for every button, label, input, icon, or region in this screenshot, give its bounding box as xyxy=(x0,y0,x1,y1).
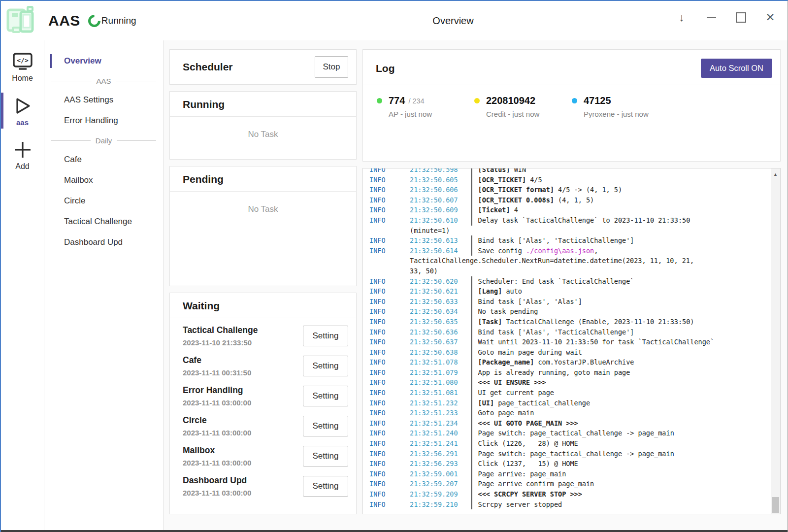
task-setting-button[interactable]: Setting xyxy=(303,416,348,436)
app-window: AAS Running Overview ↓ ✕ </> Home xyxy=(0,0,788,532)
log-message: Goto page_main xyxy=(478,408,534,418)
log-level: INFO xyxy=(369,459,410,469)
log-level: INFO xyxy=(369,185,410,195)
log-message: <<< SCRCPY SERVER STOP >>> xyxy=(478,489,582,499)
log-timestamp: 21:32:50.605 xyxy=(410,175,471,185)
nav-item-add[interactable]: Add xyxy=(1,139,44,171)
sidebar-item-overview[interactable]: Overview xyxy=(44,51,163,71)
code-monitor-icon: </> xyxy=(12,51,33,72)
window-bottom-border xyxy=(1,530,788,532)
sidebar-item-label: Circle xyxy=(64,196,85,205)
log-separator xyxy=(471,449,472,459)
log-message: <<< UI GOTO PAGE_MAIN >>> xyxy=(478,418,578,429)
log-level: INFO xyxy=(369,469,410,479)
waiting-task-name: Error Handling xyxy=(183,385,251,396)
log-timestamp: 21:32:56.291 xyxy=(410,449,471,459)
log-separator xyxy=(471,168,472,175)
log-level: INFO xyxy=(369,449,410,459)
log-message: [Task] TacticalChallenge (Enable, 2023-1… xyxy=(478,317,694,327)
window-content: </> Home aas xyxy=(1,40,788,532)
log-level: INFO xyxy=(369,195,410,205)
waiting-task-next-run: 2023-11-11 03:00:00 xyxy=(183,429,251,437)
log-timestamp: 21:32:59.209 xyxy=(410,489,471,499)
app-name: AAS xyxy=(48,12,80,29)
task-setting-button[interactable]: Setting xyxy=(303,446,348,466)
sidebar-item-aas-settings[interactable]: AAS Settings xyxy=(44,90,163,110)
minimize-icon[interactable] xyxy=(705,11,718,24)
waiting-task-name: Circle xyxy=(183,415,251,426)
task-setting-button[interactable]: Setting xyxy=(303,356,348,376)
log-level: INFO xyxy=(369,479,410,489)
log-stat: 220810942 Credit - just now xyxy=(474,95,572,118)
stat-value: 220810942 xyxy=(486,95,535,106)
log-line: INFO 21:32:50.620 Scheduler: End task `T… xyxy=(369,276,770,287)
running-title: Running xyxy=(183,99,225,110)
waiting-task-next-run: 2023-11-10 21:33:50 xyxy=(183,338,258,347)
log-line: INFO 21:32:51.078 [Package_name] com.Yos… xyxy=(369,357,770,367)
waiting-task-next-run: 2023-11-11 00:31:50 xyxy=(183,368,251,377)
log-line: INFO 21:32:51.240 Page switch: page_tact… xyxy=(369,428,770,438)
download-update-icon[interactable]: ↓ xyxy=(675,11,688,24)
log-message: [Package_name] com.YostarJP.BlueArchive xyxy=(478,357,634,367)
log-line: INFO 21:32:56.291 Page switch: page_tact… xyxy=(369,449,770,459)
log-level: INFO xyxy=(369,306,410,317)
log-line-continuation: 33, 50) xyxy=(369,266,770,276)
close-icon[interactable]: ✕ xyxy=(764,11,777,24)
sidebar-item-tactical-challenge[interactable]: Tactical Challenge xyxy=(44,212,163,232)
log-timestamp: 21:32:50.620 xyxy=(410,276,471,287)
log-timestamp: 21:32:50.633 xyxy=(410,297,471,307)
log-message: App is already running, goto main page xyxy=(478,367,630,378)
log-message: Page arrive confirm page_main xyxy=(478,479,594,489)
sidebar-item-circle[interactable]: Circle xyxy=(44,191,163,211)
log-separator xyxy=(471,195,472,205)
nav-item-aas[interactable]: aas xyxy=(1,96,44,127)
log-message: Bind task ['Alas', 'TacticalChallenge'] xyxy=(478,235,634,246)
task-setting-button[interactable]: Setting xyxy=(303,476,348,497)
log-scrollbar[interactable]: ▲ xyxy=(771,168,780,514)
nav-item-home[interactable]: </> Home xyxy=(1,51,44,83)
sidebar-item-cafe[interactable]: Cafe xyxy=(44,150,163,169)
log-separator xyxy=(471,357,472,367)
pending-card: Pending No Task xyxy=(169,166,357,286)
log-separator xyxy=(471,377,472,388)
log-separator xyxy=(471,205,472,215)
waiting-task-next-run: 2023-11-11 03:00:00 xyxy=(183,489,251,497)
tasks-column: Scheduler Stop Running No Task Pending N… xyxy=(169,49,357,514)
log-separator xyxy=(471,408,472,418)
sidebar-item-label: AAS Settings xyxy=(64,95,113,104)
log-console: INFO 21:32:50.598 [Status] WIN INFO 21:3… xyxy=(362,168,781,514)
waiting-task-row: Cafe 2023-11-11 00:31:50 Setting xyxy=(183,351,348,381)
waiting-task-name: Tactical Challenge xyxy=(183,325,258,335)
sidebar-item-dashboard-upd[interactable]: Dashboard Upd xyxy=(44,233,163,252)
log-level: INFO xyxy=(369,205,410,215)
log-message: Save config ./config\aas.json, xyxy=(478,246,598,256)
log-timestamp: 21:32:50.637 xyxy=(410,337,471,347)
stat-value: 47125 xyxy=(584,95,611,106)
log-level: INFO xyxy=(369,286,410,297)
scheduler-status-text: Running xyxy=(101,15,136,26)
log-line: INFO 21:32:51.079 App is already running… xyxy=(369,367,770,378)
auto-scroll-toggle-button[interactable]: Auto Scroll ON xyxy=(701,59,772,78)
running-empty-text: No Task xyxy=(170,130,356,139)
stat-label: Pyroxene - just now xyxy=(584,110,669,118)
log-message: [Status] WIN xyxy=(478,168,526,175)
log-line: INFO 21:32:59.209 <<< SCRCPY SERVER STOP… xyxy=(369,489,770,499)
sidebar-item-error-handling[interactable]: Error Handling xyxy=(44,111,163,131)
log-timestamp: 21:32:59.210 xyxy=(410,499,471,510)
log-line: INFO 21:32:50.634 No task pending xyxy=(369,306,770,317)
log-message: Bind task ['Alas', 'TacticalChallenge'] xyxy=(478,327,634,337)
task-setting-button[interactable]: Setting xyxy=(303,326,348,346)
waiting-task-next-run: 2023-11-11 03:00:00 xyxy=(183,459,251,467)
stop-button[interactable]: Stop xyxy=(315,56,348,78)
scrollbar-up-icon[interactable]: ▲ xyxy=(771,170,780,178)
maximize-icon[interactable] xyxy=(734,11,747,24)
waiting-task-row: Tactical Challenge 2023-11-10 21:33:50 S… xyxy=(183,321,348,351)
log-message: [OCR_TICKET format] 4/5 -> (4, 1, 5) xyxy=(478,185,623,195)
sidebar-item-mailbox[interactable]: Mailbox xyxy=(44,170,163,190)
log-level: INFO xyxy=(369,276,410,287)
task-setting-button[interactable]: Setting xyxy=(303,386,348,406)
sidebar-item-label: Overview xyxy=(64,56,101,66)
scrollbar-thumb[interactable] xyxy=(772,497,779,513)
log-separator xyxy=(471,367,472,378)
log-column: Log Auto Scroll ON 774 / 234 AP - just n… xyxy=(362,49,781,514)
